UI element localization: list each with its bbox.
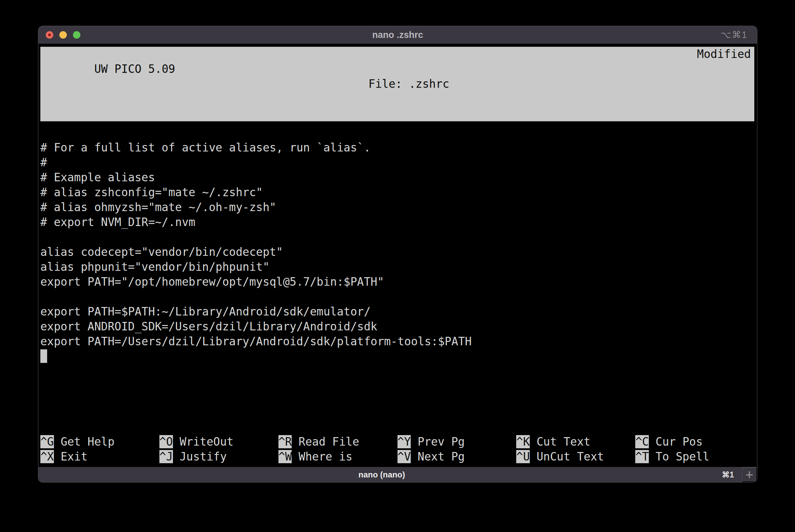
shortcut-label: Get Help (54, 435, 115, 448)
buffer-line-4: # alias zshconfig="mate ~/.zshrc" (40, 185, 754, 200)
buffer-line-6: # export NVM_DIR=~/.nvm (40, 215, 754, 230)
shortcut-label: WriteOut (173, 435, 234, 448)
close-button[interactable] (46, 31, 53, 39)
shortcut-key: ^O (159, 435, 173, 448)
zoom-button[interactable] (73, 31, 80, 39)
shortcut-get-help: ^GGet Help (40, 434, 159, 449)
shortcut-label: UnCut Text (530, 450, 604, 463)
nano-filename: File: .zshrc (368, 77, 449, 92)
tab-bar: nano (nano) ⌘1 + (38, 467, 757, 482)
cursor-line (40, 349, 754, 364)
buffer-empty-space (40, 364, 754, 434)
shortcut-label: To Spell (649, 450, 709, 463)
shortcut-cur-pos: ^CCur Pos (635, 434, 754, 449)
shortcut-writeout: ^OWriteOut (159, 434, 278, 449)
shortcut-prev-pg: ^YPrev Pg (397, 434, 517, 449)
shortcut-key: ^Y (397, 435, 411, 448)
shortcut-key: ^G (40, 435, 54, 448)
shortcut-cut-text: ^KCut Text (516, 434, 635, 449)
shortcut-key: ^T (635, 450, 649, 463)
shortcut-next-pg: ^VNext Pg (397, 449, 517, 464)
buffer-line-12: export PATH=$PATH:~/Library/Android/sdk/… (40, 304, 754, 319)
shortcut-to-spell: ^TTo Spell (635, 449, 754, 464)
shortcut-label: Cur Pos (649, 435, 703, 448)
shortcut-label: Cut Text (530, 435, 591, 448)
buffer-line-14: export PATH=/Users/dzil/Library/Android/… (40, 334, 754, 349)
shortcut-read-file: ^RRead File (278, 434, 397, 449)
tab-nano[interactable]: nano (nano) ⌘1 (38, 467, 742, 482)
plus-icon: + (745, 468, 753, 481)
shortcut-key: ^R (278, 435, 292, 448)
nano-modified-flag: Modified (697, 47, 751, 62)
nano-version: UW PICO 5.09 (81, 62, 175, 76)
shortcut-label: Exit (54, 450, 88, 463)
buffer-line-10: export PATH="/opt/homebrew/opt/mysql@5.7… (40, 274, 754, 289)
traffic-lights (46, 26, 80, 44)
nano-shortcuts-row1: ^GGet Help^OWriteOut^RRead File^YPrev Pg… (40, 434, 754, 449)
shortcut-key: ^W (278, 450, 292, 463)
buffer-line-9: alias phpunit="vendor/bin/phpunit" (40, 260, 754, 274)
shortcut-exit: ^XExit (40, 449, 159, 464)
buffer-line-11 (40, 289, 754, 304)
shortcut-key: ^U (516, 450, 530, 463)
buffer-line-13: export ANDROID_SDK=/Users/dzil/Library/A… (40, 319, 754, 334)
tab-hotkey-hint: ⌥⌘1 (721, 30, 747, 40)
terminal-window: nano .zshrc ⌥⌘1 UW PICO 5.09 File: .zshr… (38, 26, 757, 482)
terminal-screen[interactable]: UW PICO 5.09 File: .zshrc Modified # For… (38, 44, 757, 467)
shortcut-label: Justify (173, 450, 227, 463)
text-cursor (40, 349, 47, 363)
buffer-line-3: # Example aliases (40, 170, 754, 185)
shortcut-label: Where is (292, 450, 353, 463)
buffer-line-7 (40, 230, 754, 245)
window-titlebar[interactable]: nano .zshrc ⌥⌘1 (38, 26, 757, 44)
tab-title: nano (nano) (359, 470, 405, 479)
buffer-top-gap (40, 121, 754, 140)
shortcut-label: Read File (292, 435, 359, 448)
shortcut-key: ^X (40, 450, 54, 463)
shortcut-key: ^K (516, 435, 530, 448)
shortcut-key: ^C (635, 435, 649, 448)
nano-status-bar: UW PICO 5.09 File: .zshrc Modified (40, 47, 754, 121)
shortcut-label: Prev Pg (411, 435, 465, 448)
shortcut-key: ^J (159, 450, 173, 463)
buffer-line-8: alias codecept="vendor/bin/codecept" (40, 245, 754, 260)
new-tab-button[interactable]: + (742, 467, 757, 482)
shortcut-uncut-text: ^UUnCut Text (516, 449, 635, 464)
window-title: nano .zshrc (372, 30, 423, 40)
shortcut-where-is: ^WWhere is (278, 449, 397, 464)
text-buffer: # For a full list of active aliases, run… (40, 140, 754, 364)
buffer-line-5: # alias ohmyzsh="mate ~/.oh-my-zsh" (40, 200, 754, 215)
tab-shortcut-badge: ⌘1 (722, 470, 734, 479)
shortcut-label: Next Pg (411, 450, 465, 463)
minimize-button[interactable] (59, 31, 67, 39)
shortcut-justify: ^JJustify (159, 449, 278, 464)
buffer-line-2: # (40, 155, 754, 170)
buffer-line-1: # For a full list of active aliases, run… (40, 140, 754, 155)
nano-shortcuts-row2: ^XExit^JJustify^WWhere is^VNext Pg^UUnCu… (40, 449, 754, 464)
shortcut-key: ^V (397, 450, 411, 463)
